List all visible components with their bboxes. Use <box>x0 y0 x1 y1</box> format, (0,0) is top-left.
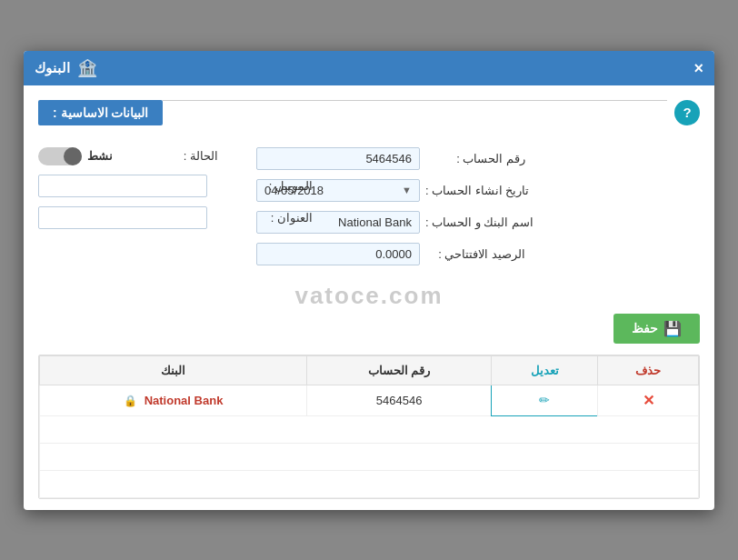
status-toggle[interactable] <box>38 147 82 165</box>
col-bank: البنك <box>40 355 307 385</box>
edit-cell[interactable]: ✏ <box>491 385 597 415</box>
watermark: vatoce.com <box>38 282 700 310</box>
col-edit: تعديل <box>491 355 597 385</box>
save-icon: 💾 <box>663 320 682 337</box>
toggle-container: نشط <box>38 147 113 165</box>
empty-row-1 <box>40 415 699 443</box>
opening-balance-value: 0.0000 <box>256 243 420 265</box>
delete-icon[interactable]: ✕ <box>643 393 654 408</box>
table-header: حذف تعديل رقم الحساب البنك <box>40 355 699 385</box>
bank-name-label: اسم البنك و الحساب : <box>425 215 534 229</box>
date-arrow-icon: ▼ <box>402 185 412 195</box>
opening-balance-label: الرصيد الافتتاحي : <box>425 247 525 261</box>
modal-body: البيانات الاساسية : ? رقم الحساب : 54645… <box>24 85 714 510</box>
left-col: الحالة : نشط الموبيل : <box>38 147 238 275</box>
bank-name-row: اسم البنك و الحساب : National Bank <box>256 211 700 234</box>
bank-cell: National Bank 🔒 <box>40 385 307 415</box>
account-number-row: رقم الحساب : 5464546 <box>256 147 700 170</box>
creation-date-label: تاريخ انشاء الحساب : <box>425 184 529 197</box>
table-wrapper: حذف تعديل رقم الحساب البنك ✕ ✏ 5 <box>38 355 700 499</box>
address-label: العنوان : <box>213 211 313 225</box>
bank-name-cell: National Bank <box>145 394 224 407</box>
modal-title-area: 🏦 البنوك <box>35 58 97 78</box>
status-active-label: نشط <box>87 149 113 163</box>
account-number-label: رقم الحساب : <box>425 152 525 165</box>
col-account: رقم الحساب <box>307 355 491 385</box>
edit-icon[interactable]: ✏ <box>539 393 550 407</box>
table-row: ✕ ✏ 5464546 National Bank 🔒 <box>40 385 699 415</box>
mobile-input[interactable] <box>38 175 207 197</box>
modal-header: × 🏦 البنوك <box>24 51 714 85</box>
creation-date-row: تاريخ انشاء الحساب : ▼ 04/05/2018 <box>256 179 700 202</box>
save-button[interactable]: 💾 حفظ <box>613 314 700 344</box>
address-row: العنوان : <box>38 206 238 229</box>
account-cell: 5464546 <box>307 385 491 415</box>
mobile-label: الموبيل : <box>213 179 313 193</box>
save-label: حفظ <box>632 321 658 335</box>
section-header-row: البيانات الاساسية : ? <box>38 100 700 138</box>
opening-balance-row: الرصيد الافتتاحي : 0.0000 <box>256 243 700 265</box>
mobile-row: الموبيل : <box>38 175 238 197</box>
toggle-thumb <box>64 147 82 165</box>
account-number-value: 5464546 <box>256 147 420 170</box>
modal-title: البنوك <box>35 60 70 76</box>
form-area: رقم الحساب : 5464546 تاريخ انشاء الحساب … <box>38 147 700 275</box>
status-row: الحالة : نشط <box>38 147 238 165</box>
close-button[interactable]: × <box>693 60 703 76</box>
bank-icon: 🏦 <box>77 58 97 78</box>
form-two-col: رقم الحساب : 5464546 تاريخ انشاء الحساب … <box>38 147 700 275</box>
col-delete: حذف <box>598 355 699 385</box>
address-input[interactable] <box>38 206 207 229</box>
table-body: ✕ ✏ 5464546 National Bank 🔒 <box>40 385 699 497</box>
empty-row-3 <box>40 470 699 497</box>
right-col: رقم الحساب : 5464546 تاريخ انشاء الحساب … <box>256 147 700 275</box>
delete-cell[interactable]: ✕ <box>598 385 699 415</box>
banks-table: حذف تعديل رقم الحساب البنك ✕ ✏ 5 <box>39 355 699 498</box>
help-button[interactable]: ? <box>674 100 700 125</box>
status-label: الحالة : <box>118 149 218 163</box>
modal-container: × 🏦 البنوك البيانات الاساسية : ? رقم الح… <box>24 51 714 510</box>
empty-row-2 <box>40 443 699 470</box>
lock-icon: 🔒 <box>124 395 137 407</box>
section-header: البيانات الاساسية : <box>38 100 163 125</box>
